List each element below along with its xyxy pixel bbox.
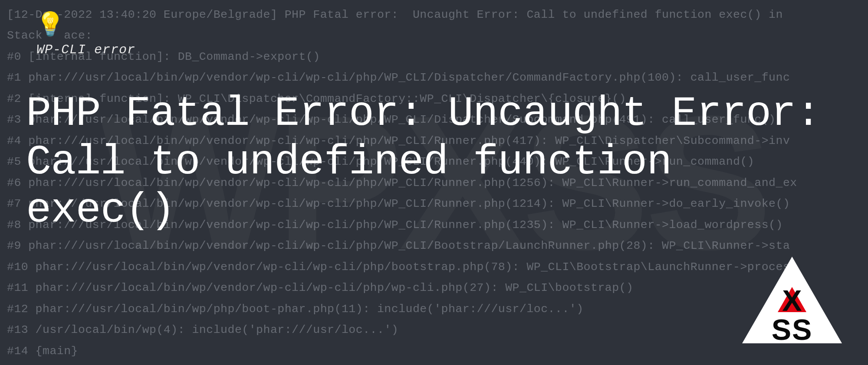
logo-text-bottom: SS — [772, 313, 813, 343]
category-label: WP-CLI error — [36, 42, 135, 57]
logo-text-top: X — [782, 284, 802, 317]
content-overlay: 💡 WP-CLI error PHP Fatal Error: Uncaught… — [0, 0, 868, 365]
lightbulb-icon: 💡 — [36, 10, 65, 39]
xss-logo: X SS — [742, 257, 842, 343]
page-title: PHP Fatal Error: Uncaught Error: Call to… — [26, 90, 842, 235]
